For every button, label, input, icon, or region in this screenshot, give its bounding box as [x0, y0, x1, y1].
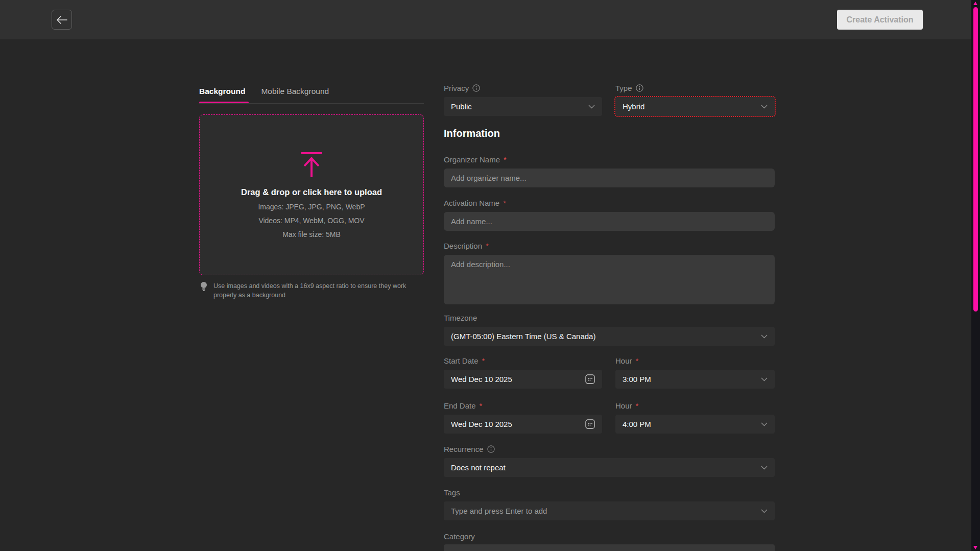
recurrence-label: Recurrence [444, 445, 495, 453]
organizer-name-label: Organizer Name * [444, 155, 507, 164]
upload-hint-text: Use images and videos with a 16x9 aspect… [213, 281, 413, 300]
tags-input[interactable]: Type and press Enter to add [444, 501, 775, 520]
end-hour-value: 4:00 PM [623, 420, 651, 428]
start-date-value: Wed Dec 10 2025 [451, 375, 512, 384]
timezone-dropdown[interactable]: (GMT-05:00) Eastern Time (US & Canada) [444, 327, 775, 346]
recurrence-info-icon[interactable] [487, 445, 495, 453]
privacy-label: Privacy [444, 84, 480, 92]
chevron-down-icon [761, 377, 768, 381]
type-value: Hybrid [623, 102, 644, 111]
type-label: Type [615, 84, 643, 92]
information-section-title: Information [444, 128, 500, 139]
start-hour-dropdown[interactable]: 3:00 PM [615, 370, 775, 389]
privacy-value: Public [451, 102, 472, 111]
start-date-label: Start Date * [444, 356, 485, 365]
top-bar: Create Activation [0, 0, 980, 39]
calendar-icon[interactable] [585, 419, 595, 429]
chevron-down-icon [761, 105, 768, 109]
tab-divider [199, 103, 424, 104]
type-info-icon[interactable] [636, 84, 643, 92]
create-activation-button[interactable]: Create Activation [837, 10, 923, 30]
recurrence-value: Does not repeat [451, 463, 506, 472]
upload-max-size: Max file size: 5MB [282, 230, 341, 238]
scrollbar-down-arrow[interactable] [973, 546, 977, 549]
tab-mobile-background[interactable]: Mobile Background [261, 87, 329, 102]
back-button[interactable] [52, 10, 72, 30]
required-marker: * [503, 199, 506, 207]
organizer-name-input[interactable] [444, 169, 775, 187]
description-textarea[interactable] [444, 255, 775, 304]
back-arrow-icon [56, 15, 67, 25]
required-marker: * [636, 356, 639, 365]
end-hour-dropdown[interactable]: 4:00 PM [615, 415, 775, 434]
required-marker: * [486, 242, 489, 250]
required-marker: * [636, 401, 639, 410]
category-dropdown[interactable] [444, 544, 775, 551]
upload-dropzone[interactable]: Drag & drop or click here to upload Imag… [199, 114, 424, 275]
tags-placeholder: Type and press Enter to add [451, 507, 547, 515]
chevron-down-icon [761, 466, 768, 470]
upload-images-formats: Images: JPEG, JPG, PNG, WebP [258, 203, 365, 211]
end-hour-label: Hour * [615, 401, 638, 410]
start-hour-label: Hour * [615, 356, 638, 365]
upload-hint: Use images and videos with a 16x9 aspect… [200, 281, 413, 300]
chevron-down-icon [761, 509, 768, 513]
privacy-dropdown[interactable]: Public [444, 97, 602, 116]
activation-name-label: Activation Name * [444, 199, 506, 207]
required-marker: * [504, 155, 507, 164]
start-date-field[interactable]: Wed Dec 10 2025 [444, 370, 602, 389]
lightbulb-icon [200, 281, 207, 300]
privacy-info-icon[interactable] [472, 84, 480, 92]
scrollbar-track[interactable] [971, 0, 980, 551]
description-label: Description * [444, 242, 489, 250]
upload-videos-formats: Videos: MP4, WebM, OGG, MOV [258, 217, 364, 225]
calendar-icon[interactable] [585, 374, 595, 384]
upload-title: Drag & drop or click here to upload [241, 187, 382, 197]
end-date-field[interactable]: Wed Dec 10 2025 [444, 415, 602, 434]
category-label: Category [444, 532, 475, 541]
chevron-down-icon [761, 422, 768, 426]
activation-name-input[interactable] [444, 212, 775, 231]
chevron-down-icon [588, 105, 595, 109]
timezone-label: Timezone [444, 314, 477, 322]
chevron-down-icon [761, 334, 768, 339]
scrollbar-up-arrow[interactable] [973, 2, 977, 5]
timezone-value: (GMT-05:00) Eastern Time (US & Canada) [451, 332, 595, 341]
end-date-value: Wed Dec 10 2025 [451, 420, 512, 428]
tab-background[interactable]: Background [199, 87, 245, 102]
end-date-label: End Date * [444, 401, 482, 410]
required-marker: * [480, 401, 483, 410]
scrollbar-thumb[interactable] [973, 7, 978, 312]
required-marker: * [482, 356, 485, 365]
background-tabs: Background Mobile Background [199, 87, 329, 102]
upload-arrow-icon [298, 152, 325, 178]
type-dropdown[interactable]: Hybrid [615, 97, 775, 116]
start-hour-value: 3:00 PM [623, 375, 651, 384]
tags-label: Tags [444, 488, 460, 497]
recurrence-dropdown[interactable]: Does not repeat [444, 458, 775, 477]
